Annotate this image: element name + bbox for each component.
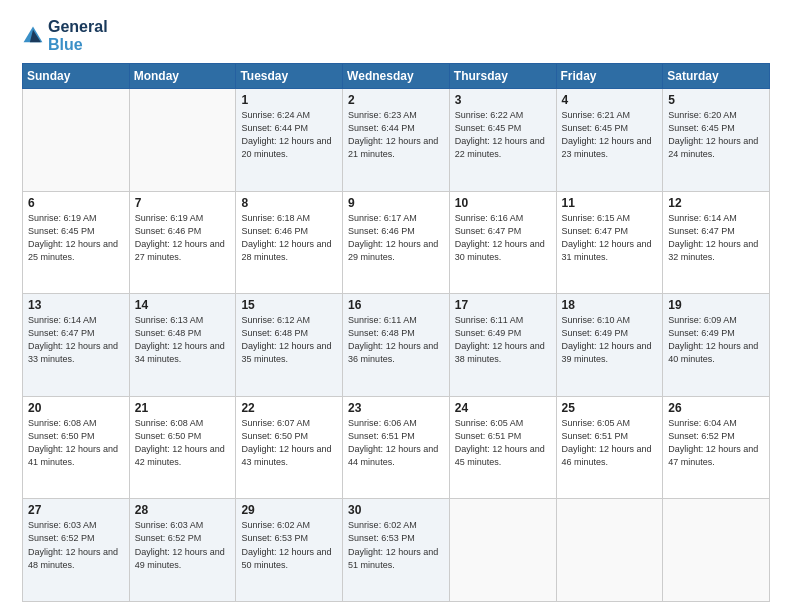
calendar-cell: 28Sunrise: 6:03 AM Sunset: 6:52 PM Dayli… — [129, 499, 236, 602]
day-detail: Sunrise: 6:06 AM Sunset: 6:51 PM Dayligh… — [348, 417, 444, 469]
day-number: 20 — [28, 401, 124, 415]
calendar-cell: 19Sunrise: 6:09 AM Sunset: 6:49 PM Dayli… — [663, 294, 770, 397]
day-number: 4 — [562, 93, 658, 107]
calendar-cell: 7Sunrise: 6:19 AM Sunset: 6:46 PM Daylig… — [129, 191, 236, 294]
day-number: 26 — [668, 401, 764, 415]
day-number: 3 — [455, 93, 551, 107]
calendar-cell: 2Sunrise: 6:23 AM Sunset: 6:44 PM Daylig… — [343, 89, 450, 192]
day-detail: Sunrise: 6:08 AM Sunset: 6:50 PM Dayligh… — [28, 417, 124, 469]
day-detail: Sunrise: 6:14 AM Sunset: 6:47 PM Dayligh… — [668, 212, 764, 264]
day-detail: Sunrise: 6:07 AM Sunset: 6:50 PM Dayligh… — [241, 417, 337, 469]
calendar-cell: 5Sunrise: 6:20 AM Sunset: 6:45 PM Daylig… — [663, 89, 770, 192]
calendar-cell — [129, 89, 236, 192]
day-detail: Sunrise: 6:15 AM Sunset: 6:47 PM Dayligh… — [562, 212, 658, 264]
calendar-cell: 1Sunrise: 6:24 AM Sunset: 6:44 PM Daylig… — [236, 89, 343, 192]
day-detail: Sunrise: 6:03 AM Sunset: 6:52 PM Dayligh… — [28, 519, 124, 571]
calendar-cell — [23, 89, 130, 192]
day-number: 27 — [28, 503, 124, 517]
calendar-cell: 3Sunrise: 6:22 AM Sunset: 6:45 PM Daylig… — [449, 89, 556, 192]
day-number: 23 — [348, 401, 444, 415]
day-number: 7 — [135, 196, 231, 210]
logo: General Blue — [22, 18, 108, 53]
day-detail: Sunrise: 6:24 AM Sunset: 6:44 PM Dayligh… — [241, 109, 337, 161]
day-detail: Sunrise: 6:10 AM Sunset: 6:49 PM Dayligh… — [562, 314, 658, 366]
day-number: 11 — [562, 196, 658, 210]
day-number: 5 — [668, 93, 764, 107]
day-detail: Sunrise: 6:17 AM Sunset: 6:46 PM Dayligh… — [348, 212, 444, 264]
weekday-header-friday: Friday — [556, 64, 663, 89]
week-row-2: 6Sunrise: 6:19 AM Sunset: 6:45 PM Daylig… — [23, 191, 770, 294]
day-number: 19 — [668, 298, 764, 312]
day-detail: Sunrise: 6:16 AM Sunset: 6:47 PM Dayligh… — [455, 212, 551, 264]
day-number: 14 — [135, 298, 231, 312]
day-detail: Sunrise: 6:19 AM Sunset: 6:46 PM Dayligh… — [135, 212, 231, 264]
calendar-cell: 11Sunrise: 6:15 AM Sunset: 6:47 PM Dayli… — [556, 191, 663, 294]
day-detail: Sunrise: 6:23 AM Sunset: 6:44 PM Dayligh… — [348, 109, 444, 161]
day-detail: Sunrise: 6:04 AM Sunset: 6:52 PM Dayligh… — [668, 417, 764, 469]
day-detail: Sunrise: 6:09 AM Sunset: 6:49 PM Dayligh… — [668, 314, 764, 366]
day-number: 2 — [348, 93, 444, 107]
logo-icon — [22, 25, 44, 47]
calendar-cell: 12Sunrise: 6:14 AM Sunset: 6:47 PM Dayli… — [663, 191, 770, 294]
weekday-header-saturday: Saturday — [663, 64, 770, 89]
day-detail: Sunrise: 6:22 AM Sunset: 6:45 PM Dayligh… — [455, 109, 551, 161]
day-number: 25 — [562, 401, 658, 415]
calendar-cell: 24Sunrise: 6:05 AM Sunset: 6:51 PM Dayli… — [449, 396, 556, 499]
day-number: 10 — [455, 196, 551, 210]
calendar-cell: 16Sunrise: 6:11 AM Sunset: 6:48 PM Dayli… — [343, 294, 450, 397]
day-number: 29 — [241, 503, 337, 517]
calendar-cell — [663, 499, 770, 602]
week-row-1: 1Sunrise: 6:24 AM Sunset: 6:44 PM Daylig… — [23, 89, 770, 192]
calendar-cell: 29Sunrise: 6:02 AM Sunset: 6:53 PM Dayli… — [236, 499, 343, 602]
week-row-5: 27Sunrise: 6:03 AM Sunset: 6:52 PM Dayli… — [23, 499, 770, 602]
day-detail: Sunrise: 6:14 AM Sunset: 6:47 PM Dayligh… — [28, 314, 124, 366]
calendar-cell: 27Sunrise: 6:03 AM Sunset: 6:52 PM Dayli… — [23, 499, 130, 602]
calendar-cell: 23Sunrise: 6:06 AM Sunset: 6:51 PM Dayli… — [343, 396, 450, 499]
day-detail: Sunrise: 6:21 AM Sunset: 6:45 PM Dayligh… — [562, 109, 658, 161]
week-row-4: 20Sunrise: 6:08 AM Sunset: 6:50 PM Dayli… — [23, 396, 770, 499]
calendar-cell: 8Sunrise: 6:18 AM Sunset: 6:46 PM Daylig… — [236, 191, 343, 294]
weekday-header-row: SundayMondayTuesdayWednesdayThursdayFrid… — [23, 64, 770, 89]
weekday-header-sunday: Sunday — [23, 64, 130, 89]
day-detail: Sunrise: 6:03 AM Sunset: 6:52 PM Dayligh… — [135, 519, 231, 571]
calendar-cell: 6Sunrise: 6:19 AM Sunset: 6:45 PM Daylig… — [23, 191, 130, 294]
calendar: SundayMondayTuesdayWednesdayThursdayFrid… — [22, 63, 770, 602]
header: General Blue — [22, 18, 770, 53]
day-detail: Sunrise: 6:19 AM Sunset: 6:45 PM Dayligh… — [28, 212, 124, 264]
day-number: 12 — [668, 196, 764, 210]
day-detail: Sunrise: 6:18 AM Sunset: 6:46 PM Dayligh… — [241, 212, 337, 264]
day-number: 15 — [241, 298, 337, 312]
calendar-cell — [556, 499, 663, 602]
weekday-header-wednesday: Wednesday — [343, 64, 450, 89]
day-detail: Sunrise: 6:11 AM Sunset: 6:48 PM Dayligh… — [348, 314, 444, 366]
day-detail: Sunrise: 6:13 AM Sunset: 6:48 PM Dayligh… — [135, 314, 231, 366]
day-number: 6 — [28, 196, 124, 210]
day-number: 18 — [562, 298, 658, 312]
day-number: 1 — [241, 93, 337, 107]
day-number: 21 — [135, 401, 231, 415]
calendar-cell: 20Sunrise: 6:08 AM Sunset: 6:50 PM Dayli… — [23, 396, 130, 499]
calendar-cell: 26Sunrise: 6:04 AM Sunset: 6:52 PM Dayli… — [663, 396, 770, 499]
calendar-cell: 10Sunrise: 6:16 AM Sunset: 6:47 PM Dayli… — [449, 191, 556, 294]
page: General Blue SundayMondayTuesdayWednesda… — [0, 0, 792, 612]
calendar-cell: 21Sunrise: 6:08 AM Sunset: 6:50 PM Dayli… — [129, 396, 236, 499]
calendar-cell: 25Sunrise: 6:05 AM Sunset: 6:51 PM Dayli… — [556, 396, 663, 499]
day-number: 13 — [28, 298, 124, 312]
day-number: 30 — [348, 503, 444, 517]
weekday-header-monday: Monday — [129, 64, 236, 89]
day-detail: Sunrise: 6:11 AM Sunset: 6:49 PM Dayligh… — [455, 314, 551, 366]
weekday-header-tuesday: Tuesday — [236, 64, 343, 89]
day-number: 17 — [455, 298, 551, 312]
calendar-cell: 30Sunrise: 6:02 AM Sunset: 6:53 PM Dayli… — [343, 499, 450, 602]
calendar-cell: 13Sunrise: 6:14 AM Sunset: 6:47 PM Dayli… — [23, 294, 130, 397]
week-row-3: 13Sunrise: 6:14 AM Sunset: 6:47 PM Dayli… — [23, 294, 770, 397]
logo-text: General Blue — [48, 18, 108, 53]
calendar-cell: 17Sunrise: 6:11 AM Sunset: 6:49 PM Dayli… — [449, 294, 556, 397]
day-detail: Sunrise: 6:05 AM Sunset: 6:51 PM Dayligh… — [455, 417, 551, 469]
weekday-header-thursday: Thursday — [449, 64, 556, 89]
day-number: 28 — [135, 503, 231, 517]
day-number: 9 — [348, 196, 444, 210]
day-detail: Sunrise: 6:05 AM Sunset: 6:51 PM Dayligh… — [562, 417, 658, 469]
calendar-cell: 15Sunrise: 6:12 AM Sunset: 6:48 PM Dayli… — [236, 294, 343, 397]
day-detail: Sunrise: 6:08 AM Sunset: 6:50 PM Dayligh… — [135, 417, 231, 469]
